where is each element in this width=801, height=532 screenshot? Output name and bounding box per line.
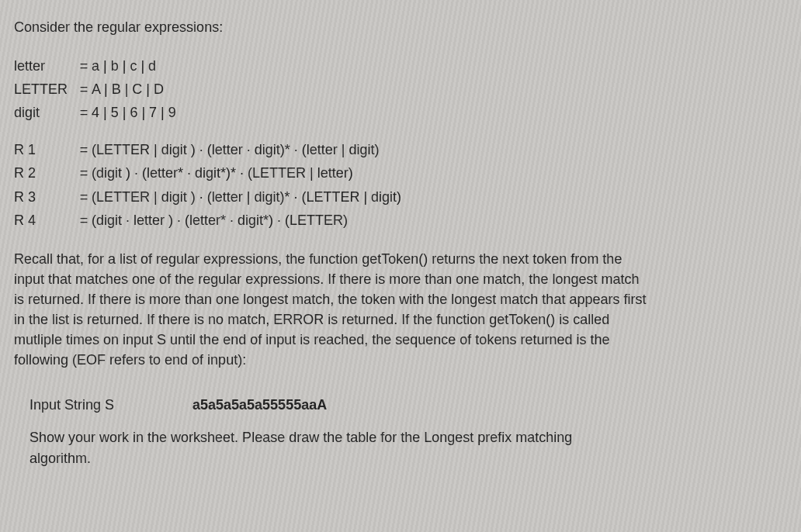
rule-name: R 1 [14, 140, 76, 160]
rule-row: R 1 = (LETTER | digit ) · (letter · digi… [14, 140, 787, 160]
input-string-row: Input String S a5a5a5a5a55555aaA [29, 395, 787, 415]
definition-name: letter [14, 56, 76, 76]
rules-block: R 1 = (LETTER | digit ) · (letter · digi… [14, 140, 787, 230]
closing-instruction: Show your work in the worksheet. Please … [29, 427, 619, 468]
explanation-paragraph: Recall that, for a list of regular expre… [14, 249, 650, 371]
rule-expr: (digit ) · (letter* · digit*)* · (LETTER… [92, 163, 353, 183]
definition-expr: A | B | C | D [92, 79, 164, 99]
rule-name: R 3 [14, 187, 76, 207]
equals-sign: = [76, 56, 92, 76]
equals-sign: = [76, 163, 92, 183]
heading: Consider the regular expressions: [14, 17, 787, 37]
rule-row: R 2 = (digit ) · (letter* · digit*)* · (… [14, 163, 787, 183]
equals-sign: = [76, 140, 92, 160]
rule-expr: (digit · letter ) · (letter* · digit*) ·… [92, 210, 348, 230]
rule-expr: (LETTER | digit ) · (letter · digit)* · … [92, 140, 379, 160]
definition-row: LETTER = A | B | C | D [14, 79, 787, 99]
equals-sign: = [76, 210, 92, 230]
question-body: Consider the regular expressions: letter… [0, 0, 801, 485]
rule-row: R 3 = (LETTER | digit ) · (letter | digi… [14, 187, 787, 207]
rule-expr: (LETTER | digit ) · (letter | digit)* · … [92, 187, 401, 207]
input-string-label: Input String S [29, 395, 192, 415]
definition-expr: 4 | 5 | 6 | 7 | 9 [92, 102, 176, 123]
equals-sign: = [76, 79, 92, 99]
rule-name: R 4 [14, 210, 76, 230]
definition-name: digit [14, 102, 76, 123]
rule-row: R 4 = (digit · letter ) · (letter* · dig… [14, 210, 787, 230]
definition-row: letter = a | b | c | d [14, 56, 787, 76]
rule-name: R 2 [14, 163, 76, 183]
input-string-value: a5a5a5a5a55555aaA [192, 395, 327, 415]
definition-name: LETTER [14, 79, 76, 99]
definition-expr: a | b | c | d [92, 56, 156, 76]
definition-row: digit = 4 | 5 | 6 | 7 | 9 [14, 102, 787, 123]
equals-sign: = [76, 187, 92, 207]
definitions-block: letter = a | b | c | d LETTER = A | B | … [14, 56, 787, 123]
equals-sign: = [76, 102, 92, 123]
